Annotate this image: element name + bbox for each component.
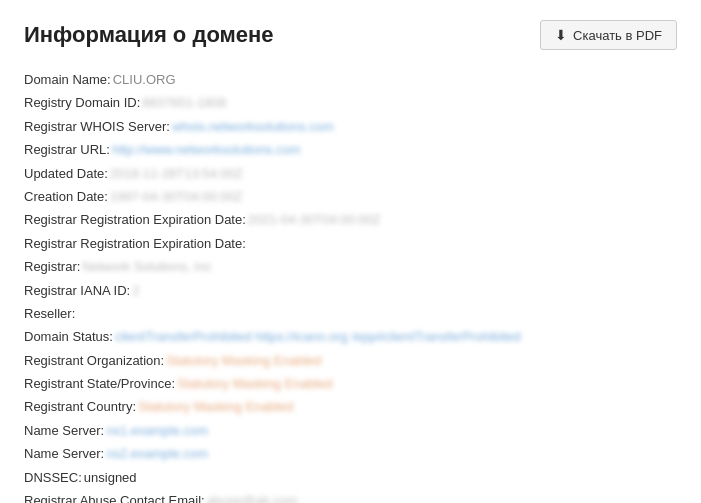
whois-value: unsigned	[84, 466, 137, 489]
whois-data-section: Domain Name: CLIU.ORGRegistry Domain ID:…	[24, 68, 677, 503]
whois-row: Registrar Registration Expiration Date: …	[24, 208, 677, 231]
whois-label: Registrar WHOIS Server:	[24, 115, 170, 138]
whois-row: Registrant State/Province: Statutory Mas…	[24, 372, 677, 395]
whois-row: Domain Name: CLIU.ORG	[24, 68, 677, 91]
page-header: Информация о домене ⬇ Скачать в PDF	[24, 20, 677, 50]
whois-row: Registrar IANA ID: 2	[24, 279, 677, 302]
pdf-button-label: Скачать в PDF	[573, 28, 662, 43]
whois-label: Registrar IANA ID:	[24, 279, 130, 302]
whois-row: Registrar WHOIS Server: whois.networksol…	[24, 115, 677, 138]
whois-label: Registrar:	[24, 255, 80, 278]
whois-label: Registrant Organization:	[24, 349, 164, 372]
whois-row: Name Server: ns2.example.com	[24, 442, 677, 465]
whois-row: DNSSEC: unsigned	[24, 466, 677, 489]
whois-value: Network Solutions, Inc	[82, 255, 211, 278]
whois-value: Statutory Masking Enabled	[138, 395, 293, 418]
whois-row: Registrant Country: Statutory Masking En…	[24, 395, 677, 418]
whois-row: Domain Status: clientTransferProhibited …	[24, 325, 677, 348]
whois-value: 2021-04-30T04:00:00Z	[248, 208, 381, 231]
whois-value: whois.networksolutions.com	[172, 115, 334, 138]
whois-value: 2018-11-28T13:54:00Z	[110, 162, 243, 185]
download-pdf-button[interactable]: ⬇ Скачать в PDF	[540, 20, 677, 50]
whois-label: Registrar Registration Expiration Date:	[24, 232, 246, 255]
main-container: Информация о домене ⬇ Скачать в PDF Doma…	[0, 0, 701, 503]
whois-label: Registrant State/Province:	[24, 372, 175, 395]
whois-label: Creation Date:	[24, 185, 108, 208]
whois-label: Updated Date:	[24, 162, 108, 185]
whois-value: ns1.example.com	[106, 419, 208, 442]
whois-value: 1997-04-30T04:00:00Z	[110, 185, 243, 208]
whois-row: Registrar Registration Expiration Date:	[24, 232, 677, 255]
whois-label: Domain Status:	[24, 325, 113, 348]
whois-label: Registrar Abuse Contact Email:	[24, 489, 205, 503]
whois-value: abuse@ab.com	[207, 489, 298, 503]
whois-row: Updated Date: 2018-11-28T13:54:00Z	[24, 162, 677, 185]
download-icon: ⬇	[555, 27, 567, 43]
whois-row: Registrar: Network Solutions, Inc	[24, 255, 677, 278]
whois-row: Reseller:	[24, 302, 677, 325]
whois-label: Domain Name:	[24, 68, 111, 91]
whois-row: Registrant Organization: Statutory Maski…	[24, 349, 677, 372]
whois-value: Statutory Masking Enabled	[177, 372, 332, 395]
whois-value: http://www.networksolutions.com	[112, 138, 301, 161]
whois-row: Registry Domain ID: 8837651-1808	[24, 91, 677, 114]
whois-row: Registrar URL: http://www.networksolutio…	[24, 138, 677, 161]
whois-label: Reseller:	[24, 302, 75, 325]
whois-label: Name Server:	[24, 442, 104, 465]
whois-label: Registrant Country:	[24, 395, 136, 418]
whois-value: CLIU.ORG	[113, 68, 176, 91]
whois-value: 8837651-1808	[142, 91, 226, 114]
page-title: Информация о домене	[24, 22, 274, 48]
whois-value: 2	[132, 279, 139, 302]
whois-row: Registrar Abuse Contact Email: abuse@ab.…	[24, 489, 677, 503]
whois-label: Registrar URL:	[24, 138, 110, 161]
whois-label: Name Server:	[24, 419, 104, 442]
whois-label: DNSSEC:	[24, 466, 82, 489]
whois-label: Registry Domain ID:	[24, 91, 140, 114]
whois-value: ns2.example.com	[106, 442, 208, 465]
whois-label: Registrar Registration Expiration Date:	[24, 208, 246, 231]
whois-row: Name Server: ns1.example.com	[24, 419, 677, 442]
whois-value: Statutory Masking Enabled	[166, 349, 321, 372]
whois-value: clientTransferProhibited https://icann.o…	[115, 325, 521, 348]
whois-row: Creation Date: 1997-04-30T04:00:00Z	[24, 185, 677, 208]
